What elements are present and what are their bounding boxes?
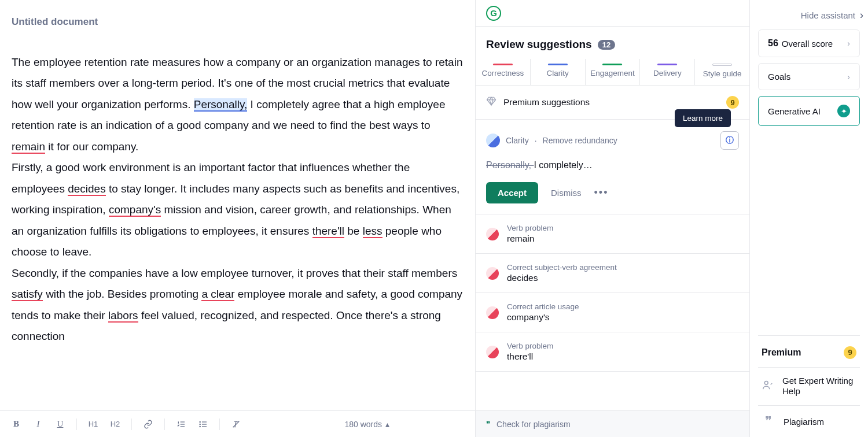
premium-suggestions-label: Premium suggestions: [503, 97, 590, 108]
suggestion-item-word: remain: [507, 234, 553, 244]
generative-ai-card[interactable]: Generative AI ✦: [758, 96, 860, 126]
overall-score-number: 56: [768, 38, 778, 49]
error-word-labors[interactable]: labors: [108, 309, 138, 323]
plagiarism-label: Plagiarism: [784, 417, 824, 427]
highlighted-word-personally[interactable]: Personally,: [194, 98, 248, 112]
correctness-dot-icon: [486, 228, 499, 240]
learn-more-tooltip: Learn more: [675, 109, 731, 127]
more-options-button[interactable]: •••: [594, 187, 609, 199]
svg-point-7: [200, 424, 200, 424]
premium-section[interactable]: Premium 9: [762, 346, 856, 359]
word-count-text: 180 words: [344, 420, 382, 429]
learn-more-button[interactable]: ⓘ: [720, 131, 739, 150]
expert-help-link[interactable]: Get Expert Writing Help: [758, 368, 860, 406]
grammarly-logo: G: [486, 6, 501, 21]
suggestion-item-type: Verb problem: [507, 342, 553, 350]
goals-card[interactable]: Goals ›: [758, 63, 860, 90]
tab-correctness[interactable]: Correctness: [476, 59, 531, 85]
link-button[interactable]: [142, 419, 154, 430]
bold-button[interactable]: B: [10, 419, 22, 430]
goals-label: Goals: [768, 72, 790, 82]
hide-assistant-button[interactable]: Hide assistant ››: [758, 9, 860, 21]
expanded-suggestion: Learn more Clarity · Remove redundancy ⓘ…: [476, 120, 749, 214]
body-text: Secondly, if the companies have a low em…: [12, 267, 457, 279]
tab-engagement[interactable]: Engagement: [586, 59, 641, 85]
meta-dot: ·: [535, 136, 537, 145]
tab-clarity[interactable]: Clarity: [531, 59, 586, 85]
italic-button[interactable]: I: [32, 419, 44, 430]
suggestion-item-word: there'll: [507, 351, 553, 362]
suggestion-category: Clarity: [506, 136, 529, 145]
chevron-right-icon: ›: [847, 39, 850, 48]
correctness-dot-icon: [486, 346, 499, 358]
svg-point-10: [764, 381, 768, 384]
body-text: be: [344, 225, 363, 237]
person-icon: [762, 379, 774, 394]
underline-button[interactable]: U: [54, 419, 66, 430]
h2-button[interactable]: H2: [109, 419, 121, 430]
ai-lightbulb-icon: ✦: [837, 105, 850, 117]
svg-point-8: [200, 426, 200, 427]
quote-icon: ❞: [762, 414, 775, 429]
error-word-companys[interactable]: company's: [109, 203, 161, 217]
link-icon: [144, 420, 153, 429]
suggestion-item[interactable]: Correct article usage company's: [476, 293, 749, 332]
hide-assistant-label: Hide assistant: [801, 10, 855, 20]
error-word-remain[interactable]: remain: [12, 140, 45, 154]
check-plagiarism-label: Check for plagiarism: [496, 420, 571, 429]
toolbar-separator: [76, 419, 77, 430]
expert-help-label: Get Expert Writing Help: [782, 376, 856, 398]
tab-style-guide[interactable]: Style guide: [695, 59, 749, 85]
premium-count-badge: 9: [844, 346, 856, 359]
suggestion-after-text: I completely…: [534, 160, 592, 170]
clarity-dot-icon: [486, 134, 500, 147]
overall-score-label: Overall score: [782, 39, 833, 49]
suggestion-strike-text: Personally,: [486, 160, 534, 170]
h1-button[interactable]: H1: [87, 419, 99, 430]
suggestion-item-type: Correct subject-verb agreement: [507, 263, 617, 272]
document-body[interactable]: The employee retention rate measures how…: [12, 52, 464, 347]
suggestion-item[interactable]: Verb problem remain: [476, 214, 749, 254]
chevron-right-icon: ›: [847, 72, 850, 82]
tab-delivery[interactable]: Delivery: [640, 59, 695, 85]
svg-point-6: [200, 421, 200, 422]
overall-score-card[interactable]: 56 Overall score ›: [758, 29, 860, 57]
dismiss-button[interactable]: Dismiss: [551, 188, 582, 198]
clear-format-icon: [231, 420, 241, 429]
chevron-up-icon: ▴: [385, 420, 389, 429]
clear-format-button[interactable]: [230, 419, 242, 430]
suggestion-item-word: company's: [507, 312, 579, 323]
numbered-list-button[interactable]: [175, 419, 187, 430]
document-title[interactable]: Untitled document: [12, 16, 464, 28]
error-word-therell[interactable]: there'll: [312, 225, 344, 238]
word-count[interactable]: 180 words ▴: [344, 420, 389, 429]
premium-suggestions-count: 9: [726, 96, 739, 109]
accept-button[interactable]: Accept: [486, 182, 538, 203]
error-word-satisfy[interactable]: satisfy: [12, 288, 43, 301]
correctness-dot-icon: [486, 267, 499, 280]
toolbar-separator: [131, 419, 132, 430]
body-text: it for our company.: [45, 140, 138, 153]
suggestion-item-word: decides: [507, 273, 617, 283]
error-word-a-clear[interactable]: a clear: [201, 288, 234, 301]
suggestion-item[interactable]: Verb problem there'll: [476, 332, 749, 372]
correctness-dot-icon: [486, 306, 499, 319]
review-suggestions-title: Review suggestions: [486, 38, 592, 51]
suggestions-count-badge: 12: [598, 40, 615, 50]
suggestion-item-type: Verb problem: [507, 224, 553, 232]
error-word-less[interactable]: less: [363, 225, 382, 238]
bullet-list-button[interactable]: [197, 419, 209, 430]
premium-label: Premium: [762, 347, 801, 358]
suggestion-item-type: Correct article usage: [507, 302, 579, 311]
diamond-icon: [486, 96, 496, 109]
plagiarism-link[interactable]: ❞ Plagiarism: [758, 406, 860, 437]
suggestion-item[interactable]: Correct subject-verb agreement decides: [476, 254, 749, 293]
generative-ai-label: Generative AI: [768, 106, 821, 116]
check-plagiarism-button[interactable]: ❞ Check for plagiarism: [476, 410, 749, 437]
error-word-decides[interactable]: decides: [68, 183, 106, 196]
toolbar-separator: [219, 419, 220, 430]
toolbar-separator: [164, 419, 165, 430]
bullet-list-icon: [198, 420, 208, 429]
body-text: with the job. Besides promoting: [43, 288, 202, 300]
suggestion-type: Remove redundancy: [543, 136, 617, 145]
